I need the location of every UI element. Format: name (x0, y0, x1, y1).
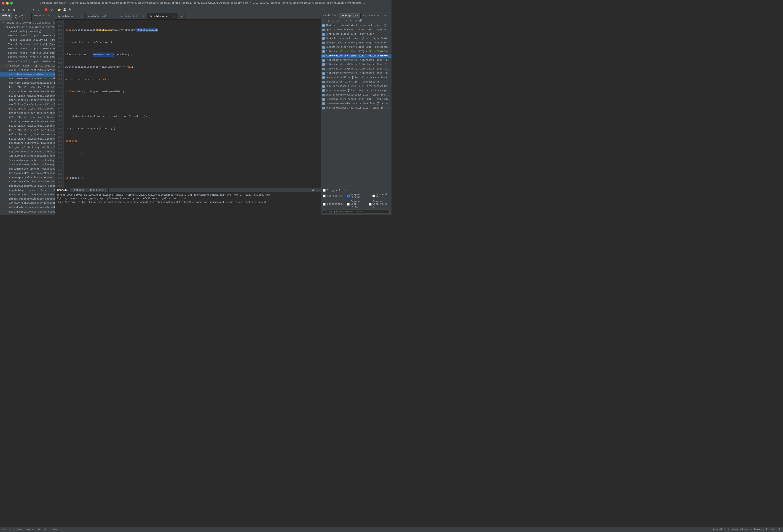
bp-item[interactable]: ✓ DelegatingFilterProxy [line: 246] - do… (321, 41, 392, 45)
trigger-point-checkbox[interactable] (323, 189, 326, 192)
bp-remove-all-btn[interactable]: ⊗ (326, 19, 331, 23)
suspend-when-value-check[interactable] (369, 203, 372, 206)
list-item[interactable]: NonLoginAuthenticator(AuthenticatorBase)… (0, 167, 55, 171)
bp-item[interactable]: ✓ FilterChainProxy$VirtualFilterChain [l… (321, 62, 392, 67)
list-item[interactable]: FilterChainProxy.doFilterInternal(Servle… (0, 128, 55, 133)
bp-item[interactable]: ✓ LogoutFilter [line: 116] - LogoutFilte… (321, 80, 392, 84)
tab-console[interactable]: Console (55, 188, 70, 192)
list-item[interactable]: StandardEngineValve.invoke(Request, Resp… (0, 184, 55, 188)
bp-item[interactable]: ✓ FilterChainProxy$VirtualFilterChain [l… (321, 67, 392, 71)
list-item[interactable]: DelegatingFilterProxy.doFilter(ServletRe… (0, 145, 55, 150)
tab-providermanager[interactable]: ProviderMana... × (147, 13, 178, 20)
toolbar-btn-2[interactable]: ⏸ (6, 7, 11, 12)
list-item[interactable]: NioEndpoint$ConnectionHandler(NioEndpoin… (0, 205, 55, 210)
list-item[interactable]: CsrfFilter.doFilterInternal(HttpServletR… (0, 98, 55, 102)
bp-item[interactable]: ✓ CsrfFilter [line: 124] - CsrfFilter (321, 32, 392, 36)
toolbar-btn-11[interactable]: 💾 (62, 7, 67, 12)
bp-item[interactable]: ✓ UserDetailsServiceImpl [line: 23] - lo… (321, 97, 392, 101)
list-item[interactable]: StandardContextValve.invoke(Request, Res… (0, 163, 55, 167)
bp-link-btn[interactable]: 🔗 (358, 19, 363, 23)
list-item[interactable]: FilterChainProxy$VirtualFilterChain.doFi… (0, 94, 55, 98)
maximize-button[interactable] (10, 2, 13, 5)
close-icon[interactable]: × (173, 15, 175, 18)
bp-item[interactable]: ✓ FilterChainProxy$VirtualFilterChain [l… (321, 71, 392, 75)
tree-thread-main[interactable]: ● Thread [main] (Running) (0, 30, 55, 34)
list-item[interactable]: FilterChainProxy$VirtualFilterChain.doFi… (0, 124, 55, 128)
code-editor[interactable]: 156 157 158 159 160 161 162 163 164 165 … (55, 20, 321, 188)
list-item[interactable]: ThreadPoolExecutor(ThreadPoolExecutor).r… (0, 214, 55, 215)
toolbar-btn-6[interactable]: ↪ (30, 7, 35, 12)
tab-breakpoints[interactable]: Breakpoints (339, 13, 361, 18)
bp-item[interactable]: ✓ ProviderManager [line: 174] - Provider… (321, 84, 392, 89)
bp-item[interactable]: ✓ WebAsyncManagerIntegrationFilter [line… (321, 106, 392, 110)
bp-item[interactable]: ✓ DelegatingFilterProxy [line: 263] - De… (321, 45, 392, 49)
toolbar-btn-12[interactable]: 🔍 (67, 7, 72, 12)
tree-thread-block-poller[interactable]: ● Daemon Thread [http-nio-8080-BlockPoll… (0, 34, 55, 38)
condition-input[interactable] (323, 209, 390, 213)
list-item[interactable]: FilterChainProxy$VirtualFilterChain.doFi… (0, 107, 55, 111)
toolbar-btn-9[interactable]: ⚙ (49, 7, 54, 12)
bp-item[interactable]: ✓ FilterChainProxy$VirtualFilterChain [l… (321, 58, 392, 62)
tree-server[interactable]: ▼ ● Tomcat v9.0 Server at localhost [Apa… (0, 21, 55, 25)
list-item[interactable]: Http11Processor(AbstractProcessorLight).… (0, 197, 55, 201)
list-item[interactable]: Http11Processor.service(SocketWrapperBas… (0, 193, 55, 197)
toolbar-btn-4[interactable]: ⏭ (20, 7, 25, 12)
panel-tool-minimize-right[interactable]: — (384, 13, 387, 17)
tree-thread-exec-4[interactable]: ● Daemon Thread [http-nio-8080-exec-4] (… (0, 59, 55, 64)
toolbar-btn-3[interactable]: ⏹ (12, 7, 17, 12)
bp-item[interactable]: ✓ SecurityContextPersistenceFilter [line… (321, 93, 392, 97)
tree-thread-exec-1[interactable]: ● Daemon Thread [http-nio-8080-exec-1] (… (0, 46, 55, 51)
tab-userdetails[interactable]: UserDetailsS... × (116, 13, 147, 20)
tab-project-explorer[interactable]: Project Explorer (12, 13, 32, 21)
bp-item[interactable]: ✓ ProviderManager [line: 199] - Provider… (321, 89, 392, 93)
bp-item[interactable]: ✓ DaoAuthenticationProvider [line: 114] … (321, 36, 392, 41)
tree-thread-catalina-2[interactable]: ● Thread [Catalina-utility-2] (Running) (0, 42, 55, 46)
tab-appwebsecuri[interactable]: AppWebSecuri... × (55, 13, 86, 20)
close-icon[interactable]: × (81, 15, 83, 18)
panel-tool-maximize-right[interactable]: □ (388, 13, 392, 17)
list-item[interactable]: NioEndpoint$SocketProcessor(NioEndpoint$… (0, 210, 55, 214)
console-scroll-btn[interactable]: ↓ (316, 188, 320, 192)
bp-export-btn[interactable]: ↓ (340, 19, 344, 23)
close-icon[interactable]: × (143, 15, 144, 18)
list-item[interactable]: LogoutFilter.doFilter(ServletRequest, Se… (0, 90, 55, 94)
bp-item[interactable]: ✓ AbstractUserDetailsAuthenticationProvi… (321, 23, 392, 28)
list-item[interactable]: AccessLogValve(AbstractAccessLogValve).i… (0, 179, 55, 184)
list-item[interactable]: AbstractProtocol$ConnectionHandler<S>.pr… (0, 201, 55, 205)
tree-bootstrap[interactable]: ▼ org.apache.catalina.startup.Bootstrap … (0, 25, 55, 30)
list-item[interactable]: FilterChainProxy$VirtualFilterChain.doFi… (0, 85, 55, 90)
tree-thread-exec-2[interactable]: ● Daemon Thread [http-nio-8080-exec-2] (… (0, 51, 55, 55)
list-item[interactable]: FilterChainProxy$VirtualFilterChain.doFi… (0, 115, 55, 120)
panel-tool-minimize[interactable]: — (47, 13, 51, 17)
bp-add-btn[interactable]: ⊕ (354, 19, 358, 23)
panel-tool-maximize[interactable]: □ (51, 13, 55, 17)
list-item[interactable]: HeaderWriterFilter.doFilterInternal(Http… (0, 111, 55, 115)
list-item[interactable]: FilterChainProxy.doFilter(ServletRequest… (0, 133, 55, 137)
toolbar-btn-10[interactable]: 📂 (57, 7, 62, 12)
bp-item[interactable]: ✓ UsernamePasswordAuthenticationFilter [… (321, 101, 392, 106)
list-item[interactable]: ApplicationFilterChain.doFilter(ServletR… (0, 154, 55, 158)
code-text[interactable]: public Authentication authenticate(Authe… (64, 20, 321, 188)
tab-admincontrol[interactable]: AdminControl... × (86, 13, 116, 20)
bp-item[interactable]: ✓ FilterChainProxy [line: 214] - FilterC… (321, 54, 392, 58)
bp-import-btn[interactable]: ↑ (345, 19, 349, 23)
bp-item[interactable]: ✓ ApplicationFilterChain [line: 193] - A… (321, 28, 392, 32)
tree-nio-wrapper[interactable]: owns: NioEndpoint$NioSocketWrapper (id=5… (0, 68, 55, 72)
tree-thread-catalina-1[interactable]: ● Thread [Catalina-utility-1] (Running) (0, 38, 55, 42)
tree-thread-exec-5[interactable]: ▼ ● Daemon Thread [http-nio-8080-exec-5]… (0, 64, 55, 68)
tab-more[interactable]: » (178, 13, 185, 20)
bp-remove-btn[interactable]: × (322, 19, 326, 23)
suspend-vm-radio[interactable] (372, 195, 375, 197)
bp-enable-all-btn[interactable]: ☑ (331, 19, 335, 23)
close-icon[interactable]: × (112, 15, 113, 18)
tab-problems[interactable]: Problems (70, 188, 87, 192)
conditional-checkbox[interactable] (323, 203, 326, 206)
toolbar-btn-5[interactable]: ↩ (25, 7, 30, 12)
tab-expressions[interactable]: Expressions (361, 13, 382, 18)
tab-debug[interactable]: Debug (0, 13, 12, 21)
list-item[interactable]: UsernamePasswordAuthenticationFilter(Abs… (0, 81, 55, 85)
hit-count-checkbox[interactable] (323, 195, 326, 197)
minimize-button[interactable] (6, 2, 9, 5)
bp-item[interactable]: ✓ FilterChainProxy [line: 177] - FilterC… (321, 49, 392, 54)
list-item[interactable]: ApplicationFilterChain.internalDoFilter(… (0, 150, 55, 154)
